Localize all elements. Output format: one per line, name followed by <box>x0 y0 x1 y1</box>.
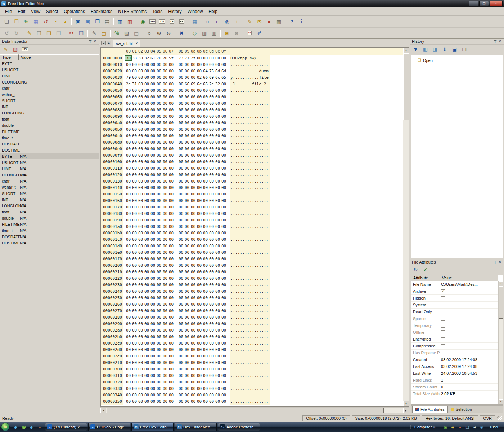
hex-byte[interactable]: 00 <box>196 147 202 151</box>
hex-byte[interactable]: 00 <box>156 185 162 190</box>
inspector-row-byte[interactable]: BYTE <box>0 60 99 67</box>
hex-byte[interactable]: 00 <box>215 276 221 281</box>
hex-byte[interactable]: 00 <box>215 172 221 177</box>
hex-byte[interactable]: 00 <box>125 95 131 99</box>
inspector-row-int[interactable]: INT <box>0 104 99 110</box>
hex-byte[interactable]: 00 <box>215 95 221 99</box>
inspector-row-longlong[interactable]: LONGLONGN/A <box>0 203 99 209</box>
hex-byte[interactable]: 00 <box>202 166 208 171</box>
horizontal-scrollbar[interactable] <box>100 407 409 413</box>
hex-byte[interactable]: 00 <box>178 334 184 339</box>
hex-ascii[interactable]: ................ <box>230 61 270 68</box>
hex-byte[interactable]: 00 <box>150 153 156 158</box>
hex-byte[interactable]: 00 <box>162 302 168 307</box>
inspector-row-dosdate[interactable]: DOSDATE <box>0 141 99 147</box>
hex-byte[interactable]: 00 <box>202 237 208 242</box>
hex-byte[interactable]: 00 <box>131 224 138 229</box>
hex-byte[interactable]: 00 <box>144 101 150 106</box>
hex-byte[interactable]: 00 <box>138 386 144 391</box>
hex-byte[interactable]: 00 <box>125 172 131 177</box>
hex-byte[interactable]: 00 <box>184 380 190 384</box>
hex-byte[interactable]: 00 <box>144 309 150 313</box>
hex-byte[interactable]: 00 <box>162 386 168 391</box>
hex-offset[interactable]: 000002e0 <box>101 353 123 359</box>
hex-byte[interactable]: 00 <box>190 198 196 203</box>
hex-byte[interactable]: 00 <box>215 380 221 384</box>
hex-byte[interactable]: 00 <box>215 211 221 216</box>
hex-byte[interactable]: 00 <box>150 373 156 378</box>
paste-special-icon[interactable]: ✎ <box>90 29 99 37</box>
hex-byte[interactable]: 00 <box>184 257 190 261</box>
hex-byte[interactable]: 00 <box>208 386 215 391</box>
hex-offset[interactable]: 000001a0 <box>101 223 123 230</box>
hex-byte[interactable]: 00 <box>208 380 215 384</box>
hex-byte[interactable]: 00 <box>202 185 208 190</box>
hex-byte[interactable]: 00 <box>202 159 208 164</box>
hex-byte[interactable]: 00 <box>131 341 138 346</box>
hex-byte[interactable]: 00 <box>202 140 208 145</box>
hex-byte[interactable]: 00 <box>202 205 208 210</box>
hex-byte[interactable]: 00 <box>125 147 131 151</box>
hex-byte[interactable]: 00 <box>190 101 196 106</box>
hex-byte[interactable]: 00 <box>162 140 168 145</box>
hex-byte[interactable]: 00 <box>125 334 131 339</box>
hex-byte[interactable]: 00 <box>196 289 202 294</box>
hex-byte[interactable]: 00 <box>156 140 162 145</box>
hex-byte[interactable]: 6d <box>215 69 221 73</box>
hex-byte[interactable]: 00 <box>190 341 196 346</box>
hex-ascii[interactable]: ................ <box>230 256 270 262</box>
hex-byte[interactable]: 00 <box>131 354 138 359</box>
hex-byte[interactable]: 00 <box>125 231 131 235</box>
unlock-icon[interactable]: ◙ <box>232 29 241 37</box>
hex-byte[interactable]: 00 <box>138 192 144 197</box>
hex-byte[interactable]: 00 <box>184 354 190 359</box>
little-endian-icon[interactable]: LE <box>167 17 176 26</box>
hex-byte[interactable]: 00 <box>184 399 190 404</box>
hex-ascii[interactable]: ................ <box>230 132 270 139</box>
hex-byte[interactable]: 00 <box>162 172 168 177</box>
hex-byte[interactable]: 00 <box>196 140 202 145</box>
hex-byte[interactable]: 00 <box>150 179 156 184</box>
hex-byte[interactable]: 00 <box>215 140 221 145</box>
hex-byte[interactable]: 00 <box>208 121 215 125</box>
attribute-row-compressed[interactable]: Compressed <box>411 343 498 350</box>
hex-byte[interactable]: 00 <box>162 257 168 261</box>
value-column-header[interactable]: Value <box>440 275 498 281</box>
redo-icon[interactable]: ↻ <box>12 29 21 37</box>
hex-byte[interactable]: 00 <box>156 296 162 300</box>
hex-byte[interactable]: 00 <box>178 62 184 67</box>
hex-byte[interactable]: 00 <box>125 270 131 274</box>
hex-byte[interactable]: 00 <box>221 237 227 242</box>
hex-byte[interactable]: 00 <box>125 315 131 320</box>
hex-byte[interactable]: 00 <box>190 257 196 261</box>
hex-byte[interactable]: 00 <box>202 263 208 268</box>
menu-edit[interactable]: Edit <box>15 8 28 15</box>
inspector-row-time-t[interactable]: time_t <box>0 135 99 141</box>
hex-byte[interactable]: 00 <box>131 302 138 307</box>
hex-byte[interactable]: 00 <box>196 263 202 268</box>
hex-ascii[interactable]: ................ <box>230 379 270 385</box>
hex-byte[interactable]: 00 <box>196 257 202 261</box>
hex-byte[interactable]: 00 <box>125 257 131 261</box>
hex-byte[interactable]: 00 <box>202 334 208 339</box>
hex-byte[interactable]: 00 <box>131 283 138 287</box>
hex-byte[interactable]: 00 <box>162 231 168 235</box>
lock-file-icon[interactable]: ▥ <box>116 17 125 26</box>
hex-byte[interactable]: 00 <box>215 309 221 313</box>
hex-byte[interactable]: 00 <box>131 289 138 294</box>
hex-byte[interactable]: 00 <box>138 108 144 112</box>
hex-byte[interactable]: 00 <box>178 179 184 184</box>
hex-offset[interactable]: 00000330 <box>101 385 123 392</box>
hex-byte[interactable]: 00 <box>196 334 202 339</box>
column-view-2-icon[interactable]: ▥ <box>210 29 219 37</box>
new-document-icon[interactable]: ❏ <box>2 17 11 26</box>
hex-byte[interactable]: 00 <box>202 127 208 132</box>
hex-byte[interactable]: 00 <box>156 147 162 151</box>
hex-byte[interactable]: 00 <box>150 166 156 171</box>
hex-byte[interactable]: 00 <box>215 134 221 138</box>
hex-byte[interactable]: 00 <box>202 309 208 313</box>
hex-byte[interactable]: 00 <box>208 250 215 255</box>
desktop-toolbar-computer[interactable]: Computer » <box>410 425 439 429</box>
insert-pattern-icon[interactable]: ▧ <box>122 29 131 37</box>
hex-offset[interactable]: 00000280 <box>101 314 123 320</box>
